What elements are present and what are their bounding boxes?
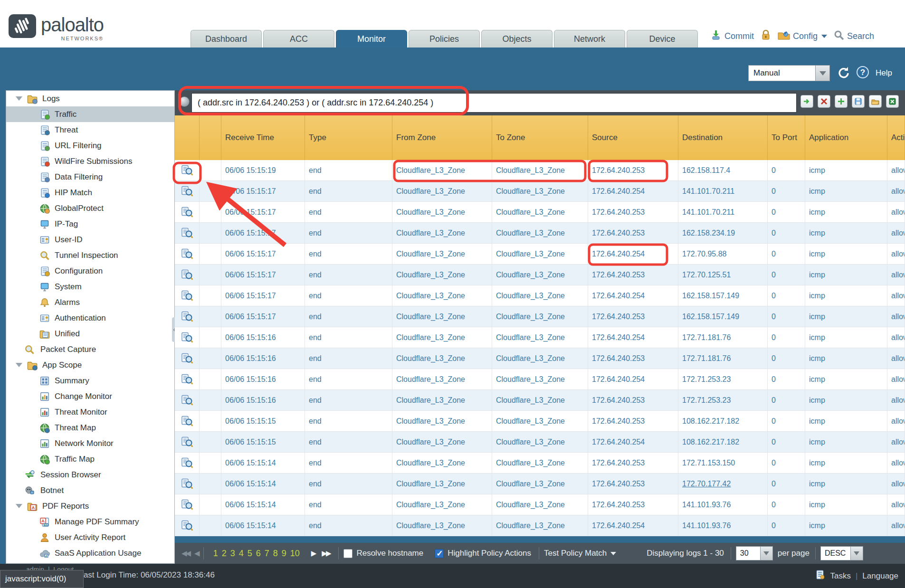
cell-to[interactable]: Cloudflare_L3_Zone — [492, 223, 588, 243]
cell-type[interactable]: end — [305, 327, 392, 348]
cell-action[interactable]: allow — [887, 474, 905, 494]
cell-src[interactable]: 172.64.240.253 — [588, 265, 678, 285]
cell-dst[interactable]: 162.158.157.149 — [678, 285, 768, 306]
cell-app[interactable]: icmp — [805, 348, 887, 369]
column-header-type[interactable]: Type — [305, 115, 392, 160]
cell-to[interactable]: Cloudflare_L3_Zone — [492, 244, 588, 264]
log-detail-icon[interactable] — [175, 515, 200, 536]
cell-action[interactable]: allow — [887, 494, 905, 515]
cell-from[interactable]: Cloudflare_L3_Zone — [392, 160, 492, 180]
cell-type[interactable]: end — [305, 453, 392, 473]
column-header-to-zone[interactable]: To Zone — [492, 115, 588, 160]
log-detail-icon[interactable] — [175, 411, 200, 431]
log-detail-icon[interactable] — [175, 348, 200, 369]
cell-from[interactable]: Cloudflare_L3_Zone — [392, 327, 492, 348]
sidebar-item-app-scope[interactable]: App Scope — [6, 357, 174, 373]
prev-page-button[interactable]: ◀ — [194, 549, 199, 558]
cell-port[interactable]: 0 — [768, 369, 805, 389]
cell-time[interactable]: 06/06 15:15:19 — [221, 160, 305, 180]
refresh-mode-arrow[interactable] — [816, 65, 830, 81]
cell-port[interactable]: 0 — [768, 223, 805, 243]
tree-expand-icon[interactable] — [16, 363, 22, 367]
cell-dst[interactable]: 172.70.95.88 — [678, 244, 768, 264]
cell-to[interactable]: Cloudflare_L3_Zone — [492, 348, 588, 369]
sidebar-item-url-filtering[interactable]: URL Filtering — [6, 138, 174, 153]
cell-port[interactable]: 0 — [768, 515, 805, 536]
sidebar-item-traffic[interactable]: Traffic — [6, 106, 174, 122]
cell-src[interactable]: 172.64.240.253 — [588, 160, 678, 180]
log-detail-icon[interactable] — [175, 369, 200, 389]
cell-to[interactable]: Cloudflare_L3_Zone — [492, 306, 588, 327]
log-detail-icon[interactable] — [175, 327, 200, 348]
cell-from[interactable]: Cloudflare_L3_Zone — [392, 453, 492, 473]
cell-app[interactable]: icmp — [805, 202, 887, 222]
sidebar-item-change-monitor[interactable]: Change Monitor — [6, 389, 174, 404]
log-detail-icon[interactable] — [175, 265, 200, 285]
log-detail-icon[interactable] — [175, 223, 200, 243]
cell-app[interactable]: icmp — [805, 160, 887, 180]
cell-src[interactable]: 172.64.240.253 — [588, 348, 678, 369]
cell-time[interactable]: 06/06 15:15:17 — [221, 223, 305, 243]
cell-port[interactable]: 0 — [768, 327, 805, 348]
cell-dst[interactable]: 108.162.217.182 — [678, 411, 768, 431]
cell-app[interactable]: icmp — [805, 265, 887, 285]
column-header-application[interactable]: Application — [805, 115, 887, 160]
cell-dst[interactable]: 172.71.181.76 — [678, 348, 768, 369]
cell-dst[interactable]: 141.101.70.211 — [678, 202, 768, 222]
sidebar-item-threat[interactable]: Threat — [6, 122, 174, 138]
sort-order-arrow[interactable] — [851, 546, 863, 560]
cell-src[interactable]: 172.64.240.253 — [588, 453, 678, 473]
sidebar-item-globalprotect[interactable]: GlobalProtect — [6, 200, 174, 216]
apply-filter-button[interactable] — [800, 95, 813, 108]
cell-src[interactable]: 172.64.240.254 — [588, 432, 678, 452]
cell-port[interactable]: 0 — [768, 285, 805, 306]
tab-acc[interactable]: ACC — [263, 30, 334, 47]
sidebar-item-user-id[interactable]: User-ID — [6, 232, 174, 247]
cell-time[interactable]: 06/06 15:15:17 — [221, 181, 305, 201]
cell-type[interactable]: end — [305, 411, 392, 431]
tree-expand-icon[interactable] — [16, 96, 22, 101]
page-number-4[interactable]: 4 — [239, 549, 244, 559]
cell-to[interactable]: Cloudflare_L3_Zone — [492, 160, 588, 180]
cell-action[interactable]: allow — [887, 244, 905, 264]
cell-dst[interactable]: 162.158.234.19 — [678, 223, 768, 243]
cell-from[interactable]: Cloudflare_L3_Zone — [392, 474, 492, 494]
tab-device[interactable]: Device — [627, 30, 698, 47]
cell-from[interactable]: Cloudflare_L3_Zone — [392, 390, 492, 410]
cell-from[interactable]: Cloudflare_L3_Zone — [392, 411, 492, 431]
cell-to[interactable]: Cloudflare_L3_Zone — [492, 453, 588, 473]
log-detail-icon[interactable] — [175, 202, 200, 222]
column-header-receive-time[interactable]: Receive Time — [221, 115, 305, 160]
first-page-button[interactable]: ◀◀ — [181, 549, 190, 558]
cell-port[interactable]: 0 — [768, 160, 805, 180]
config-dropdown[interactable]: Config — [778, 30, 827, 43]
search-button[interactable]: Search — [834, 30, 874, 43]
cell-action[interactable]: allow — [887, 348, 905, 369]
sidebar-item-traffic-map[interactable]: Traffic Map — [6, 451, 174, 467]
cell-from[interactable]: Cloudflare_L3_Zone — [392, 494, 492, 515]
cell-port[interactable]: 0 — [768, 265, 805, 285]
cell-type[interactable]: end — [305, 515, 392, 536]
cell-action[interactable]: allow — [887, 202, 905, 222]
cell-src[interactable]: 172.64.240.253 — [588, 474, 678, 494]
cell-type[interactable]: end — [305, 369, 392, 389]
cell-time[interactable]: 06/06 15:15:14 — [221, 453, 305, 473]
cell-action[interactable]: allow — [887, 327, 905, 348]
log-detail-icon[interactable] — [175, 285, 200, 306]
cell-to[interactable]: Cloudflare_L3_Zone — [492, 390, 588, 410]
highlight-policy-checkbox[interactable] — [435, 549, 444, 558]
cell-action[interactable]: allow — [887, 453, 905, 473]
resolve-hostname-checkbox[interactable] — [343, 549, 352, 558]
cell-from[interactable]: Cloudflare_L3_Zone — [392, 432, 492, 452]
sidebar-item-threat-map[interactable]: Threat Map — [6, 420, 174, 436]
cell-type[interactable]: end — [305, 494, 392, 515]
sidebar-item-wildfire-submissions[interactable]: WildFire Submissions — [6, 153, 174, 169]
cell-time[interactable]: 06/06 15:15:16 — [221, 390, 305, 410]
column-header-to-port[interactable]: To Port — [768, 115, 805, 160]
test-policy-match-button[interactable]: Test Policy Match — [544, 549, 607, 558]
cell-port[interactable]: 0 — [768, 202, 805, 222]
cell-time[interactable]: 06/06 15:15:16 — [221, 348, 305, 369]
sidebar-item-network-monitor[interactable]: Network Monitor — [6, 436, 174, 451]
cell-from[interactable]: Cloudflare_L3_Zone — [392, 369, 492, 389]
cell-time[interactable]: 06/06 15:15:17 — [221, 202, 305, 222]
